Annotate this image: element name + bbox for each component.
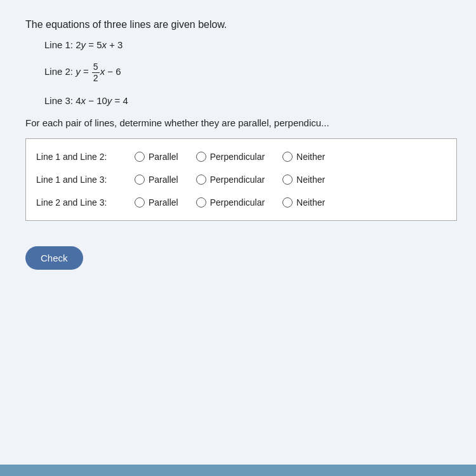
pair1-perpendicular-radio[interactable]	[196, 152, 206, 162]
pair2-neither-label: Neither	[296, 175, 325, 185]
pair3-neither-option[interactable]: Neither	[282, 197, 325, 208]
line3-equation: Line 3: 4x − 10y = 4	[44, 95, 451, 106]
pair2-label: Line 1 and Line 3:	[36, 175, 135, 185]
pair1-perpendicular-label: Perpendicular	[210, 152, 265, 162]
pair3-neither-label: Neither	[296, 197, 325, 208]
pair2-parallel-radio[interactable]	[135, 175, 145, 185]
pair2-options: Parallel Perpendicular Neither	[135, 175, 446, 185]
pair2-parallel-label: Parallel	[149, 175, 178, 185]
for-each-text: For each pair of lines, determine whethe…	[25, 117, 451, 128]
pair3-label: Line 2 and Line 3:	[36, 197, 135, 208]
pair1-parallel-radio[interactable]	[135, 152, 145, 162]
pair3-parallel-radio[interactable]	[135, 197, 145, 208]
pair1-options: Parallel Perpendicular Neither	[135, 152, 446, 162]
pair2-perpendicular-radio[interactable]	[196, 175, 206, 185]
pair2-neither-radio[interactable]	[282, 175, 293, 185]
line1-label: Line 1:	[44, 39, 76, 50]
intro-text: The equations of three lines are given b…	[25, 19, 451, 30]
pair3-perpendicular-option[interactable]: Perpendicular	[196, 197, 265, 208]
pair3-options: Parallel Perpendicular Neither	[135, 197, 446, 208]
pair1-neither-radio[interactable]	[282, 152, 293, 162]
pair3-parallel-label: Parallel	[149, 197, 178, 208]
pair3-perpendicular-radio[interactable]	[196, 197, 206, 208]
pair1-parallel-label: Parallel	[149, 152, 178, 162]
page-container: The equations of three lines are given b…	[0, 0, 476, 476]
line3-label: Line 3:	[44, 95, 76, 106]
line2-label: Line 2:	[44, 66, 76, 77]
pair1-neither-option[interactable]: Neither	[282, 152, 325, 162]
pair1-perpendicular-option[interactable]: Perpendicular	[196, 152, 265, 162]
pair2-perpendicular-label: Perpendicular	[210, 175, 265, 185]
line2-equation: Line 2: y = 52x − 6	[44, 62, 451, 84]
check-button[interactable]: Check	[25, 246, 83, 270]
pair2-perpendicular-option[interactable]: Perpendicular	[196, 175, 265, 185]
pair3-neither-radio[interactable]	[282, 197, 293, 208]
pair-row-3: Line 2 and Line 3: Parallel Perpendicula…	[36, 191, 446, 214]
bottom-bar	[0, 465, 476, 476]
pair2-parallel-option[interactable]: Parallel	[135, 175, 178, 185]
line3-eq: 4x − 10y = 4	[76, 95, 128, 106]
pair1-parallel-option[interactable]: Parallel	[135, 152, 178, 162]
pair2-neither-option[interactable]: Neither	[282, 175, 325, 185]
pair3-perpendicular-label: Perpendicular	[210, 197, 265, 208]
line2-eq: y = 52x − 6	[76, 66, 121, 77]
pairs-table: Line 1 and Line 2: Parallel Perpendicula…	[25, 138, 457, 221]
pair-row-1: Line 1 and Line 2: Parallel Perpendicula…	[36, 145, 446, 168]
pair1-label: Line 1 and Line 2:	[36, 152, 135, 162]
pair3-parallel-option[interactable]: Parallel	[135, 197, 178, 208]
line1-eq: 2y = 5x + 3	[76, 39, 122, 50]
pair-row-2: Line 1 and Line 3: Parallel Perpendicula…	[36, 168, 446, 191]
line1-equation: Line 1: 2y = 5x + 3	[44, 39, 451, 50]
pair1-neither-label: Neither	[296, 152, 325, 162]
